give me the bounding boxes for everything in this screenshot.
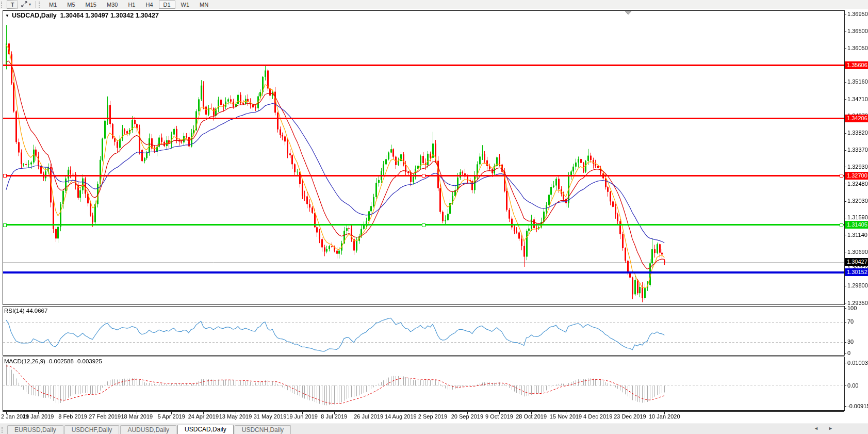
date-axis-label: 23 Dec 2019	[614, 413, 646, 420]
price-axis-label: 1.30690	[847, 249, 868, 255]
trading-terminal-window: T ▾ M1M5M15M30H1H4D1W1MN ▼USDCAD,Daily 1…	[0, 0, 868, 434]
rsi-axis-label: 30	[847, 339, 868, 345]
line-drag-handle[interactable]	[3, 174, 7, 178]
ohlc-values: 1.30464 1.30497 1.30342 1.30427	[60, 12, 159, 19]
date-axis-label: 2 Sep 2019	[418, 413, 447, 420]
date-axis-label: 20 Sep 2019	[451, 413, 483, 420]
price-axis-label: 1.29800	[847, 282, 868, 288]
date-axis-label: 13 May 2019	[219, 413, 252, 420]
date-axis-label: 8 Jul 2019	[321, 413, 347, 420]
date-axis-label: 24 Apr 2019	[188, 413, 219, 420]
rsi-axis-label: 70	[847, 318, 868, 325]
line-drag-handle[interactable]	[422, 223, 425, 227]
date-axis-label: 8 Feb 2019	[58, 413, 87, 420]
line-drag-handle[interactable]	[840, 174, 843, 178]
symbol-period-label: USDCAD,Daily	[12, 12, 57, 19]
bid-price-badge: 1.30427	[845, 258, 868, 266]
date-axis-label: 31 May 2019	[254, 413, 287, 420]
date-axis-label: 10 Jan 2020	[649, 413, 680, 420]
macd-axis-label: -0.009153	[847, 403, 868, 409]
price-axis-label: 1.35160	[847, 78, 868, 85]
price-level-badge: 1.31405	[845, 221, 868, 229]
price-axis-label: 1.36950	[847, 11, 868, 17]
date-axis-label: 27 Feb 2019	[89, 413, 121, 420]
horizontal-level-line-1.30152[interactable]	[3, 271, 844, 274]
date-axis-label: 21 Jan 2019	[23, 413, 54, 420]
price-level-badge: 1.35606	[845, 61, 868, 69]
line-drag-handle[interactable]	[422, 174, 425, 178]
price-axis-label: 1.31140	[847, 232, 868, 238]
price-axis-label: 1.34710	[847, 96, 868, 102]
date-axis-label: 4 Dec 2019	[583, 413, 612, 420]
date-axis-label: 9 Oct 2019	[485, 413, 513, 420]
date-axis-label: 14 Aug 2019	[385, 413, 417, 420]
rsi-axis-label: 0	[847, 350, 868, 356]
macd-axis-label: 0.010035	[847, 360, 868, 366]
date-axis-label: 26 Jul 2019	[354, 413, 383, 420]
rsi-indicator-label: RSI(14) 44.0667	[4, 308, 47, 314]
price-level-badge: 1.30152	[845, 268, 868, 276]
price-level-badge: 1.34206	[845, 115, 868, 122]
price-level-badge: 1.32700	[845, 172, 868, 180]
price-axis-label: 1.32480	[847, 181, 868, 187]
price-axis-label: 1.36050	[847, 45, 868, 51]
macd-axis-label: 0.00	[847, 382, 868, 389]
macd-indicator-label: MACD(12,26,9) -0.002588 -0.003925	[4, 358, 102, 364]
price-axis-label: 1.32030	[847, 198, 868, 204]
price-axis-label: 1.33370	[847, 147, 868, 153]
date-axis-label: 5 Apr 2019	[158, 413, 185, 420]
date-axis-label: 15 Nov 2019	[550, 413, 582, 420]
horizontal-level-line-1.34206[interactable]	[3, 118, 844, 119]
date-axis-label: 19 Jun 2019	[286, 413, 318, 420]
line-drag-handle[interactable]	[3, 223, 7, 227]
rsi-axis-label: 100	[847, 305, 868, 311]
price-axis-label: 1.31590	[847, 214, 868, 220]
line-drag-handle[interactable]	[840, 223, 843, 227]
date-axis-label: 18 Mar 2019	[121, 413, 153, 420]
price-axis-label: 1.36500	[847, 28, 868, 34]
price-axis-label: 1.33820	[847, 130, 868, 136]
chart-title: ▼USDCAD,Daily 1.30464 1.30497 1.30342 1.…	[5, 12, 159, 19]
date-axis-label: 28 Oct 2019	[516, 413, 547, 420]
horizontal-level-line-1.35606[interactable]	[3, 65, 844, 66]
collapse-triangle-icon[interactable]: ▼	[5, 13, 9, 18]
price-axis-label: 1.32930	[847, 164, 868, 170]
